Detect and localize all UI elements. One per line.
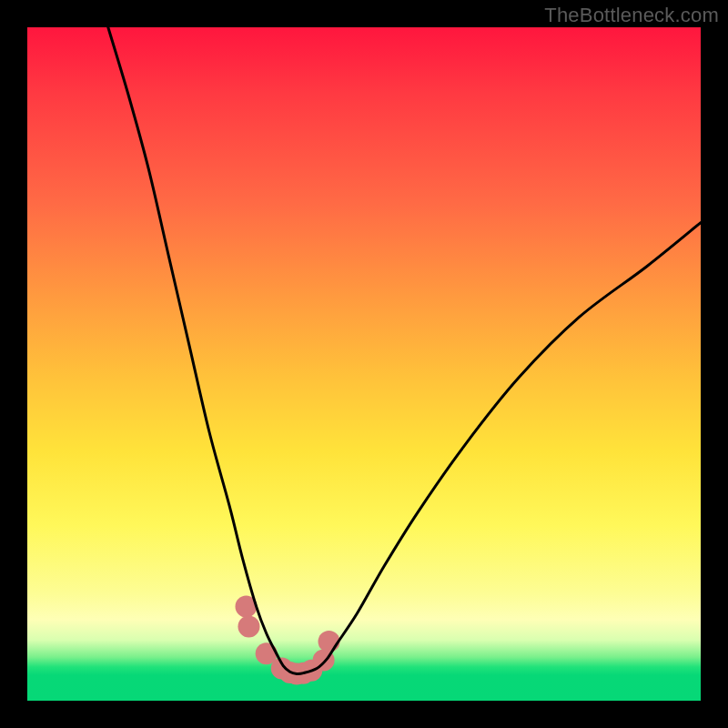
curve-marker-dot: [238, 616, 259, 638]
curve-marker-dot: [318, 631, 340, 652]
bottleneck-curve: [108, 27, 701, 674]
chart-frame: TheBottleneck.com: [0, 0, 728, 728]
plot-area: [27, 27, 701, 701]
watermark-text: TheBottleneck.com: [544, 4, 719, 27]
curve-layer: [27, 27, 701, 701]
